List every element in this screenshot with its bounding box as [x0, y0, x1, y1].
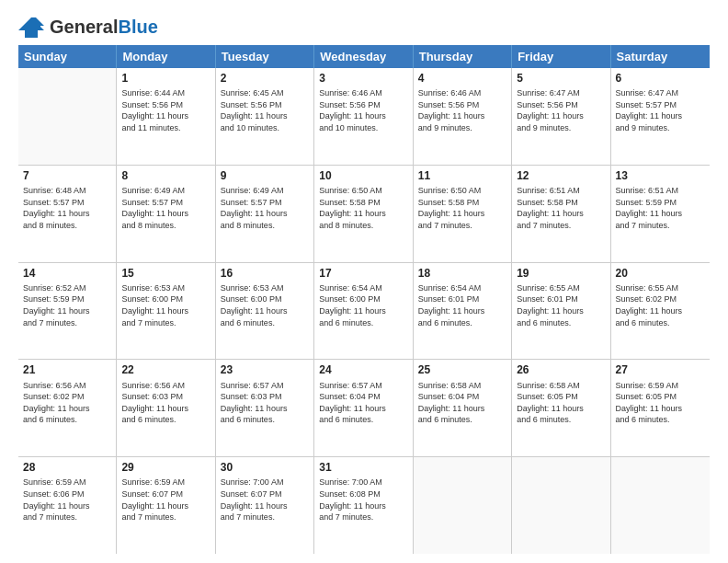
header-day-sunday: Sunday [18, 45, 117, 68]
day-info: Sunrise: 6:51 AMSunset: 5:59 PMDaylight:… [616, 185, 705, 231]
calendar: SundayMondayTuesdayWednesdayThursdayFrid… [18, 45, 710, 554]
day-info: Sunrise: 7:00 AMSunset: 6:07 PMDaylight:… [221, 477, 309, 523]
calendar-week-1: 1Sunrise: 6:44 AMSunset: 5:56 PMDaylight… [18, 68, 710, 166]
calendar-cell: 26Sunrise: 6:58 AMSunset: 6:05 PMDayligh… [512, 360, 610, 456]
calendar-cell: 10Sunrise: 6:50 AMSunset: 5:58 PMDayligh… [314, 166, 413, 262]
day-number: 12 [517, 168, 605, 183]
day-info: Sunrise: 6:56 AMSunset: 6:02 PMDaylight:… [23, 380, 111, 426]
svg-marker-1 [31, 17, 44, 30]
calendar-cell: 21Sunrise: 6:56 AMSunset: 6:02 PMDayligh… [18, 360, 117, 456]
calendar-cell: 23Sunrise: 6:57 AMSunset: 6:03 PMDayligh… [216, 360, 314, 456]
day-number: 21 [23, 362, 111, 377]
day-number: 16 [221, 266, 309, 281]
day-info: Sunrise: 6:55 AMSunset: 6:02 PMDaylight:… [616, 282, 705, 328]
calendar-week-2: 7Sunrise: 6:48 AMSunset: 5:57 PMDaylight… [18, 166, 710, 263]
calendar-cell: 20Sunrise: 6:55 AMSunset: 6:02 PMDayligh… [611, 263, 710, 360]
calendar-cell: 31Sunrise: 7:00 AMSunset: 6:08 PMDayligh… [314, 457, 413, 554]
day-number: 26 [517, 362, 605, 377]
calendar-cell: 9Sunrise: 6:49 AMSunset: 5:57 PMDaylight… [216, 166, 314, 262]
day-number: 22 [121, 362, 210, 377]
day-number: 30 [221, 460, 309, 475]
calendar-cell: 2Sunrise: 6:45 AMSunset: 5:56 PMDaylight… [216, 68, 314, 165]
day-number: 4 [418, 71, 506, 86]
day-info: Sunrise: 6:50 AMSunset: 5:58 PMDaylight:… [319, 185, 407, 231]
day-number: 25 [418, 362, 506, 377]
day-number: 17 [319, 266, 407, 281]
calendar-cell: 30Sunrise: 7:00 AMSunset: 6:07 PMDayligh… [216, 457, 314, 554]
day-number: 31 [319, 460, 407, 475]
day-number: 1 [121, 71, 210, 86]
day-info: Sunrise: 6:48 AMSunset: 5:57 PMDaylight:… [23, 185, 111, 231]
day-info: Sunrise: 6:49 AMSunset: 5:57 PMDaylight:… [221, 185, 309, 231]
day-info: Sunrise: 6:53 AMSunset: 6:00 PMDaylight:… [121, 282, 210, 328]
calendar-cell: 22Sunrise: 6:56 AMSunset: 6:03 PMDayligh… [117, 360, 215, 456]
calendar-cell: 24Sunrise: 6:57 AMSunset: 6:04 PMDayligh… [314, 360, 413, 456]
calendar-cell: 11Sunrise: 6:50 AMSunset: 5:58 PMDayligh… [414, 166, 512, 262]
calendar-cell: 17Sunrise: 6:54 AMSunset: 6:00 PMDayligh… [314, 263, 413, 360]
calendar-cell: 5Sunrise: 6:47 AMSunset: 5:56 PMDaylight… [512, 68, 610, 165]
calendar-cell: 18Sunrise: 6:54 AMSunset: 6:01 PMDayligh… [414, 263, 512, 360]
day-number: 11 [418, 168, 506, 183]
day-number: 2 [221, 71, 309, 86]
day-number: 15 [121, 266, 210, 281]
logo: GeneralBlue [18, 17, 158, 38]
day-info: Sunrise: 6:56 AMSunset: 6:03 PMDaylight:… [121, 380, 210, 426]
day-info: Sunrise: 6:54 AMSunset: 6:00 PMDaylight:… [319, 282, 407, 328]
header-day-thursday: Thursday [414, 45, 512, 68]
day-info: Sunrise: 6:46 AMSunset: 5:56 PMDaylight:… [418, 87, 506, 133]
calendar-cell [611, 457, 710, 554]
calendar-week-3: 14Sunrise: 6:52 AMSunset: 5:59 PMDayligh… [18, 263, 710, 361]
day-info: Sunrise: 6:59 AMSunset: 6:07 PMDaylight:… [121, 477, 210, 523]
day-number: 7 [23, 168, 111, 183]
day-info: Sunrise: 6:47 AMSunset: 5:57 PMDaylight:… [616, 87, 705, 133]
day-number: 20 [616, 266, 705, 281]
calendar-cell: 15Sunrise: 6:53 AMSunset: 6:00 PMDayligh… [117, 263, 215, 360]
calendar-cell: 1Sunrise: 6:44 AMSunset: 5:56 PMDaylight… [117, 68, 215, 165]
day-info: Sunrise: 6:46 AMSunset: 5:56 PMDaylight:… [319, 87, 407, 133]
calendar-cell: 19Sunrise: 6:55 AMSunset: 6:01 PMDayligh… [512, 263, 610, 360]
calendar-cell: 29Sunrise: 6:59 AMSunset: 6:07 PMDayligh… [117, 457, 215, 554]
day-number: 13 [616, 168, 705, 183]
page: GeneralBlue SundayMondayTuesdayWednesday… [0, 0, 728, 563]
day-info: Sunrise: 6:47 AMSunset: 5:56 PMDaylight:… [517, 87, 605, 133]
day-info: Sunrise: 6:57 AMSunset: 6:04 PMDaylight:… [319, 380, 407, 426]
calendar-cell: 16Sunrise: 6:53 AMSunset: 6:00 PMDayligh… [216, 263, 314, 360]
day-number: 3 [319, 71, 407, 86]
header: GeneralBlue [18, 17, 710, 38]
calendar-cell: 3Sunrise: 6:46 AMSunset: 5:56 PMDaylight… [314, 68, 413, 165]
logo-icon [18, 17, 44, 38]
header-day-saturday: Saturday [611, 45, 710, 68]
calendar-cell: 12Sunrise: 6:51 AMSunset: 5:58 PMDayligh… [512, 166, 610, 262]
day-info: Sunrise: 6:50 AMSunset: 5:58 PMDaylight:… [418, 185, 506, 231]
day-info: Sunrise: 6:55 AMSunset: 6:01 PMDaylight:… [517, 282, 605, 328]
calendar-week-4: 21Sunrise: 6:56 AMSunset: 6:02 PMDayligh… [18, 360, 710, 457]
calendar-body: 1Sunrise: 6:44 AMSunset: 5:56 PMDaylight… [18, 68, 710, 554]
day-number: 29 [121, 460, 210, 475]
calendar-cell [414, 457, 512, 554]
day-info: Sunrise: 6:51 AMSunset: 5:58 PMDaylight:… [517, 185, 605, 231]
calendar-cell: 14Sunrise: 6:52 AMSunset: 5:59 PMDayligh… [18, 263, 117, 360]
header-day-tuesday: Tuesday [216, 45, 314, 68]
header-day-wednesday: Wednesday [314, 45, 413, 68]
day-info: Sunrise: 6:58 AMSunset: 6:05 PMDaylight:… [517, 380, 605, 426]
day-number: 6 [616, 71, 705, 86]
calendar-cell [512, 457, 610, 554]
day-info: Sunrise: 6:53 AMSunset: 6:00 PMDaylight:… [221, 282, 309, 328]
day-info: Sunrise: 6:57 AMSunset: 6:03 PMDaylight:… [221, 380, 309, 426]
day-number: 23 [221, 362, 309, 377]
day-info: Sunrise: 6:54 AMSunset: 6:01 PMDaylight:… [418, 282, 506, 328]
day-number: 19 [517, 266, 605, 281]
day-number: 18 [418, 266, 506, 281]
calendar-cell [18, 68, 117, 165]
day-info: Sunrise: 6:49 AMSunset: 5:57 PMDaylight:… [121, 185, 210, 231]
day-info: Sunrise: 6:44 AMSunset: 5:56 PMDaylight:… [121, 87, 210, 133]
day-info: Sunrise: 6:45 AMSunset: 5:56 PMDaylight:… [221, 87, 309, 133]
day-number: 9 [221, 168, 309, 183]
day-number: 27 [616, 362, 705, 377]
day-number: 5 [517, 71, 605, 86]
calendar-cell: 4Sunrise: 6:46 AMSunset: 5:56 PMDaylight… [414, 68, 512, 165]
calendar-cell: 25Sunrise: 6:58 AMSunset: 6:04 PMDayligh… [414, 360, 512, 456]
day-info: Sunrise: 6:59 AMSunset: 6:05 PMDaylight:… [616, 380, 705, 426]
day-info: Sunrise: 7:00 AMSunset: 6:08 PMDaylight:… [319, 477, 407, 523]
day-info: Sunrise: 6:59 AMSunset: 6:06 PMDaylight:… [23, 477, 111, 523]
